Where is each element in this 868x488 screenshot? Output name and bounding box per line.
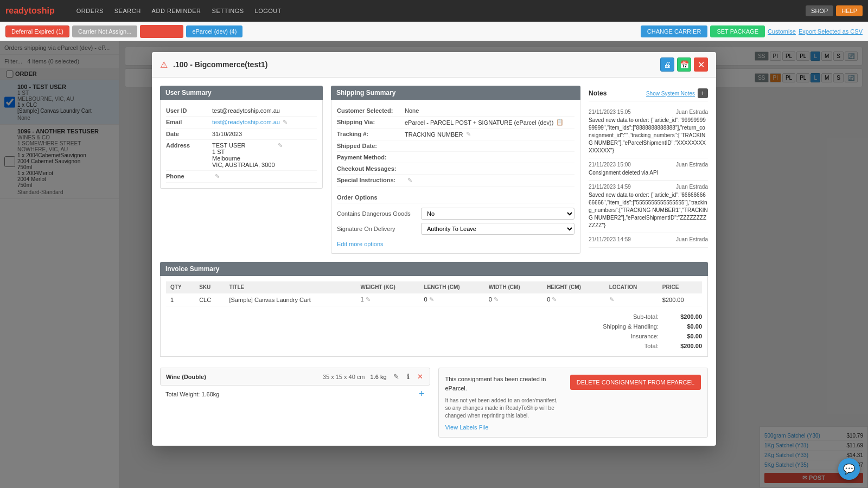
order-options-section: Order Options Contains Dangerous Goods N… <box>337 191 575 248</box>
close-modal-button[interactable]: ✕ <box>694 57 708 72</box>
dangerous-goods-select[interactable]: No Yes <box>421 208 575 220</box>
tracking-value-container: TRACKING NUMBER ✎ <box>405 131 575 138</box>
add-note-button[interactable]: + <box>698 88 708 98</box>
delete-consignment-button[interactable]: DELETE CONSIGNMENT FROM EPARCEL <box>570 375 701 390</box>
nav-search[interactable]: SEARCH <box>114 8 141 14</box>
invoice-thead: QTY SKU TITLE WEIGHT (KG) LENGTH (CM) WI… <box>166 281 702 293</box>
address-value-container: TEST USER 1 ST Melbourne VIC, AUSTRALIA,… <box>212 142 317 168</box>
package-edit-button[interactable]: ✎ <box>392 371 400 382</box>
view-labels-link[interactable]: View Labels File <box>445 424 489 431</box>
ship-special-instructions: Special Instructions: ✎ <box>337 175 575 187</box>
ship-customer-selected: Customer Selected: None <box>337 105 575 117</box>
height-edit-icon[interactable]: ✎ <box>552 296 557 303</box>
subtotal-label: Sub-total: <box>593 313 659 320</box>
td-width-1: 0 ✎ <box>484 293 542 306</box>
signature-select[interactable]: Authority To Leave Signature Required <box>421 223 575 235</box>
email-link[interactable]: test@readytoship.com.au <box>212 119 280 125</box>
package-weight: 1.6 kg <box>371 374 387 380</box>
note-text-3: Saved new data to order: {"article_id":"… <box>589 191 708 229</box>
address-edit-icon[interactable]: ✎ <box>278 142 283 149</box>
address-value: TEST USER 1 ST Melbourne VIC, AUSTRALIA,… <box>212 142 275 168</box>
export-selected-link[interactable]: Export Selected as CSV <box>799 28 863 35</box>
invoice-totals: Sub-total: $200.00 Shipping & Handling: … <box>166 312 702 351</box>
payment-method-label: Payment Method: <box>337 154 402 160</box>
phone-edit-icon[interactable]: ✎ <box>215 173 220 180</box>
tracking-edit-icon[interactable]: ✎ <box>466 131 471 138</box>
app-logo: readytoship <box>5 6 55 16</box>
print-button[interactable]: 🖨 <box>660 57 674 72</box>
total-label: Total: <box>593 343 659 349</box>
total-value: $200.00 <box>669 343 702 349</box>
logo-ship: ship <box>37 6 55 15</box>
shipping-via-icon[interactable]: 📋 <box>556 119 564 126</box>
length-value: 0 <box>424 296 427 303</box>
consignment-note: It has not yet been added to an order/ma… <box>445 397 565 420</box>
user-id-value: test@readytoship.com.au <box>212 107 317 114</box>
consignment-message: This consignment has been created in ePa… <box>445 375 565 393</box>
date-value: 31/10/2023 <box>212 131 317 137</box>
th-title: TITLE <box>225 281 356 293</box>
shop-button[interactable]: SHOP <box>806 5 833 16</box>
tab-active-red[interactable] <box>140 25 183 38</box>
location-edit-icon[interactable]: ✎ <box>609 296 614 303</box>
note-text-1: Saved new data to order: {"article_id":"… <box>589 117 708 155</box>
weight-edit-icon[interactable]: ✎ <box>366 296 371 303</box>
option-dangerous-goods: Contains Dangerous Goods No Yes <box>337 206 575 221</box>
modal-actions: 🖨 📅 ✕ <box>660 57 708 72</box>
note-meta-2: 21/11/2023 15:00 Juan Estrada <box>589 162 708 168</box>
invoice-summary-header: Invoice Summary <box>160 262 708 276</box>
shipping-handling-value: $0.00 <box>669 323 702 330</box>
nav-settings[interactable]: SETTINGS <box>212 8 244 14</box>
th-length: LENGTH (CM) <box>419 281 484 293</box>
package-info-button[interactable]: ℹ <box>406 371 411 382</box>
td-height-1: 0 ✎ <box>542 293 605 306</box>
email-label: Email <box>166 119 209 125</box>
th-width: WIDTH (CM) <box>484 281 542 293</box>
special-instructions-edit-icon[interactable]: ✎ <box>407 177 412 184</box>
ship-tracking: Tracking #: TRACKING NUMBER ✎ <box>337 129 575 140</box>
change-carrier-button[interactable]: CHANGE CARRIER <box>641 25 708 37</box>
note-user-3: Juan Estrada <box>676 184 708 190</box>
show-system-notes-link[interactable]: Show System Notes <box>646 91 695 97</box>
chat-bubble[interactable]: 💬 <box>838 458 860 480</box>
phone-label: Phone <box>166 173 209 179</box>
total-weight-row: Total Weight: 1.60kg + <box>160 386 430 402</box>
package-delete-button[interactable]: ✕ <box>416 371 424 382</box>
sub-navigation: Deferral Expired (1) Carrier Not Assign.… <box>0 22 868 41</box>
tab-carrier-not-assign[interactable]: Carrier Not Assign... <box>72 25 137 37</box>
checkout-messages-label: Checkout Messages: <box>337 165 402 172</box>
td-price-1: $200.00 <box>658 293 702 306</box>
width-edit-icon[interactable]: ✎ <box>494 296 499 303</box>
nav-logout[interactable]: LOGOUT <box>255 8 282 14</box>
field-address: Address TEST USER 1 ST Melbourne VIC, AU… <box>166 140 317 171</box>
tab-eparcel-dev[interactable]: eParcel (dev) (4) <box>186 25 242 37</box>
package-name: Wine (Double) <box>166 374 317 380</box>
phone-value-container: ✎ <box>212 173 317 180</box>
option-signature: Signature On Delivery Authority To Leave… <box>337 221 575 236</box>
td-sku-1: CLC <box>195 293 225 306</box>
total-weight-text: Total Weight: 1.60kg <box>165 391 219 397</box>
note-user-4: Juan Estrada <box>676 236 708 242</box>
edit-more-options-link[interactable]: Edit more options <box>337 241 384 247</box>
customise-link[interactable]: Customise <box>768 28 796 35</box>
add-package-button[interactable]: + <box>419 388 425 400</box>
length-edit-icon[interactable]: ✎ <box>429 296 434 303</box>
field-date: Date 31/10/2023 <box>166 129 317 140</box>
field-phone: Phone ✎ <box>166 171 317 183</box>
help-button[interactable]: HELP <box>836 5 863 16</box>
th-weight: WEIGHT (KG) <box>356 281 419 293</box>
email-edit-icon[interactable]: ✎ <box>283 119 288 126</box>
top-navigation: readytoship ORDERS SEARCH ADD REMINDER S… <box>0 0 868 22</box>
calendar-button[interactable]: 📅 <box>677 57 691 72</box>
nav-orders[interactable]: ORDERS <box>76 8 104 14</box>
th-sku: SKU <box>195 281 225 293</box>
nav-add-reminder[interactable]: ADD REMINDER <box>152 8 201 14</box>
special-instructions-container: ✎ <box>405 177 575 184</box>
note-meta-1: 21/11/2023 15:05 Juan Estrada <box>589 109 708 115</box>
tab-deferral-expired[interactable]: Deferral Expired (1) <box>5 25 69 37</box>
note-item-1: 21/11/2023 15:05 Juan Estrada Saved new … <box>589 106 708 158</box>
field-user-id: User ID test@readytoship.com.au <box>166 105 317 117</box>
note-text-2: Consignment deleted via API <box>589 169 708 177</box>
width-value: 0 <box>489 296 492 303</box>
set-package-button[interactable]: SET PACKAGE <box>710 25 765 37</box>
